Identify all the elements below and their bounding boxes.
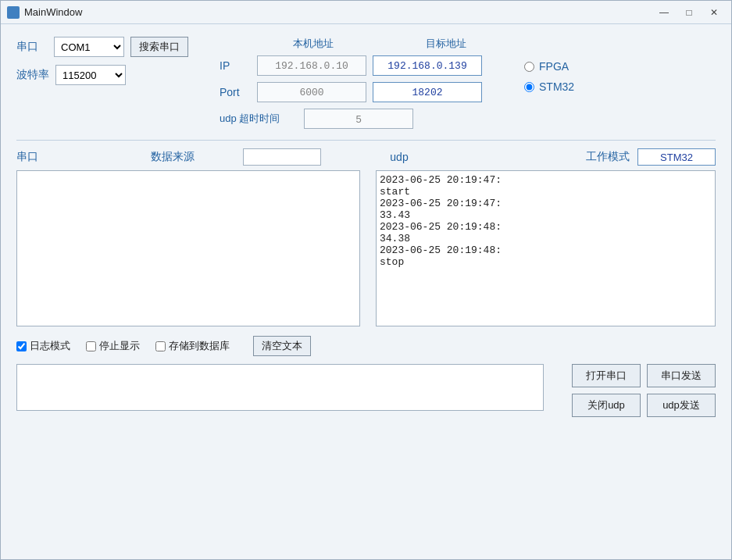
fpga-radio-label[interactable]: FPGA [539, 60, 569, 73]
app-icon [7, 6, 20, 19]
mid-mode-label: 工作模式 [462, 150, 630, 164]
port-label: Port [220, 86, 251, 98]
serial-send-button[interactable]: 串口发送 [647, 364, 716, 387]
bottom-section: 日志模式 停止显示 存储到数据库 清空文本 打开串口 [16, 336, 716, 417]
fpga-radio-row: FPGA [524, 60, 574, 73]
stop-display-checkbox[interactable] [86, 341, 96, 351]
udp-timeout-row: udp 超时时间 [220, 109, 509, 129]
network-headers: 本机地址 目标地址 [220, 37, 509, 51]
stm32-radio-row: STM32 [524, 80, 574, 93]
bottom-main: 打开串口 串口发送 关闭udp udp发送 [16, 364, 716, 417]
baud-row: 波特率 9600 19200 38400 57600 115200 230400 [16, 65, 188, 85]
udp-log-area[interactable]: 2023-06-25 20:19:47: start 2023-06-25 20… [376, 170, 716, 326]
udp-timeout-input[interactable] [304, 109, 413, 129]
baud-rate-select[interactable]: 9600 19200 38400 57600 115200 230400 [55, 65, 126, 85]
maximize-button[interactable]: □ [678, 5, 700, 20]
udp-send-button[interactable]: udp发送 [647, 394, 716, 417]
work-mode-display[interactable] [637, 148, 716, 166]
log-mode-checkbox-item: 日志模式 [16, 339, 70, 353]
mid-udp-label: udp [337, 151, 462, 163]
mid-labels-row: 串口 数据来源 udp 工作模式 [16, 148, 716, 166]
window-controls: — □ ✕ [653, 5, 725, 20]
stop-display-checkbox-item: 停止显示 [86, 339, 140, 353]
save-db-checkbox-item: 存储到数据库 [155, 339, 230, 353]
open-serial-button[interactable]: 打开串口 [572, 364, 641, 387]
serial-section: 串口 COM1 COM2 COM3 COM4 搜索串口 波特率 9600 192… [16, 37, 188, 85]
serial-row: 串口 COM1 COM2 COM3 COM4 搜索串口 [16, 37, 188, 57]
section-divider [16, 140, 716, 141]
local-address-header: 本机地址 [251, 37, 376, 51]
fpga-radio[interactable] [524, 62, 534, 72]
radio-section: FPGA STM32 [524, 37, 574, 93]
baud-label: 波特率 [16, 68, 49, 82]
serial-text-area[interactable] [16, 170, 360, 326]
log-mode-checkbox[interactable] [16, 341, 27, 351]
stm32-radio-label[interactable]: STM32 [539, 80, 574, 93]
udp-buttons-row: 关闭udp udp发送 [559, 394, 716, 417]
serial-buttons-row: 打开串口 串口发送 [559, 364, 716, 387]
serial-label: 串口 [16, 40, 48, 54]
target-address-header: 目标地址 [384, 37, 509, 51]
com-port-select[interactable]: COM1 COM2 COM3 COM4 [54, 37, 124, 57]
save-db-label[interactable]: 存储到数据库 [169, 339, 230, 353]
checkbox-row: 日志模式 停止显示 存储到数据库 清空文本 [16, 336, 716, 356]
port-row: Port [220, 82, 509, 102]
send-area [16, 364, 544, 417]
top-config: 串口 COM1 COM2 COM3 COM4 搜索串口 波特率 9600 192… [16, 37, 716, 129]
mid-source-label: 数据来源 [110, 150, 235, 164]
save-db-checkbox[interactable] [155, 341, 166, 351]
local-ip-input[interactable] [257, 55, 366, 76]
close-udp-button[interactable]: 关闭udp [572, 394, 641, 417]
main-content: 串口 COM1 COM2 COM3 COM4 搜索串口 波特率 9600 192… [1, 24, 731, 559]
minimize-button[interactable]: — [653, 5, 675, 20]
close-button[interactable]: ✕ [703, 5, 725, 20]
local-port-input[interactable] [257, 82, 366, 102]
network-section: 本机地址 目标地址 IP Port udp 超时时间 [220, 37, 509, 129]
data-source-input[interactable] [243, 148, 321, 166]
ip-label: IP [220, 59, 251, 72]
udp-timeout-label: udp 超时时间 [220, 112, 298, 126]
action-buttons: 打开串口 串口发送 关闭udp udp发送 [559, 364, 716, 417]
target-ip-input[interactable] [373, 55, 482, 76]
send-text-input[interactable] [16, 364, 544, 411]
target-port-input[interactable] [373, 82, 482, 102]
text-panels: 2023-06-25 20:19:47: start 2023-06-25 20… [16, 170, 716, 326]
ip-row: IP [220, 55, 509, 76]
log-mode-label[interactable]: 日志模式 [30, 339, 70, 353]
window-title: MainWindow [24, 6, 653, 18]
title-bar: MainWindow — □ ✕ [1, 1, 731, 24]
main-window: MainWindow — □ ✕ 串口 COM1 COM2 COM3 COM4 [0, 0, 732, 560]
stm32-radio[interactable] [524, 82, 534, 92]
stop-display-label[interactable]: 停止显示 [99, 339, 140, 353]
clear-text-button[interactable]: 清空文本 [253, 336, 311, 356]
mid-serial-label: 串口 [16, 150, 110, 164]
search-serial-button[interactable]: 搜索串口 [130, 37, 188, 57]
